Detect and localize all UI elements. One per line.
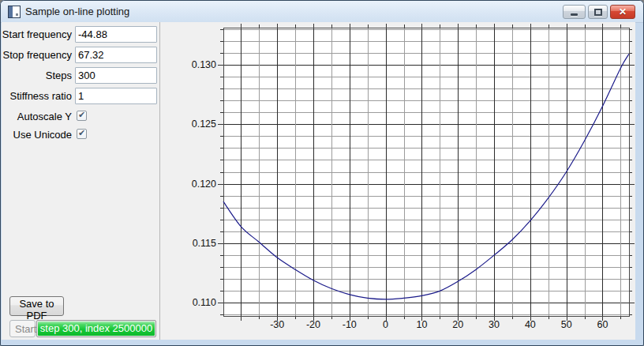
autoscale-y-checkbox[interactable] xyxy=(77,111,87,121)
stop-frequency-input[interactable] xyxy=(75,47,157,63)
svg-text:20: 20 xyxy=(452,319,463,330)
steps-label: Steps xyxy=(2,67,72,84)
app-icon xyxy=(8,6,21,18)
svg-text:-20: -20 xyxy=(306,319,320,330)
save-to-pdf-button[interactable]: Save to PDF xyxy=(9,296,64,316)
svg-text:0.125: 0.125 xyxy=(192,118,216,130)
close-icon: ✕ xyxy=(611,6,635,18)
stiffness-ratio-label: Stiffness ratio xyxy=(2,88,72,104)
window-title: Sample on-line plotting xyxy=(25,6,129,17)
start-frequency-label: Start frequency xyxy=(2,26,72,43)
progress-status-text: step 300, index 2500000 xyxy=(38,322,155,334)
minimize-button[interactable] xyxy=(563,5,586,19)
svg-text:0.130: 0.130 xyxy=(192,59,216,70)
svg-text:60: 60 xyxy=(597,319,608,330)
steps-input[interactable] xyxy=(75,67,157,84)
start-button[interactable]: Start xyxy=(9,320,36,337)
plot-area[interactable]: 0.1100.1150.1200.1250.130-30-20-10010203… xyxy=(160,24,635,340)
app-window: Sample on-line plotting ✕ Start frequenc… xyxy=(0,0,644,346)
svg-text:0.115: 0.115 xyxy=(193,238,216,249)
window-controls: ✕ xyxy=(563,5,635,19)
svg-text:0: 0 xyxy=(383,319,388,330)
start-frequency-input[interactable] xyxy=(75,26,157,43)
svg-text:-30: -30 xyxy=(270,319,284,330)
progress-bar: step 300, index 2500000 xyxy=(36,320,156,337)
svg-text:50: 50 xyxy=(561,319,572,330)
svg-text:-10: -10 xyxy=(343,319,357,330)
use-unicode-label: Use Unicode xyxy=(2,129,72,141)
autoscale-y-label: Autoscale Y xyxy=(2,111,72,122)
minimize-icon xyxy=(571,13,578,16)
titlebar[interactable]: Sample on-line plotting ✕ xyxy=(1,1,643,23)
stiffness-ratio-input[interactable] xyxy=(75,88,157,104)
stop-frequency-label: Stop frequency xyxy=(2,47,72,63)
frequency-response-chart: 0.1100.1150.1200.1250.130-30-20-10010203… xyxy=(160,24,635,340)
svg-text:0.120: 0.120 xyxy=(192,179,216,190)
progress-fill: step 300, index 2500000 xyxy=(38,322,155,336)
maximize-icon xyxy=(594,9,602,16)
svg-text:0.110: 0.110 xyxy=(193,297,216,308)
maximize-button[interactable] xyxy=(588,5,608,19)
svg-text:30: 30 xyxy=(489,319,500,330)
svg-text:40: 40 xyxy=(525,319,536,330)
svg-text:10: 10 xyxy=(416,319,427,330)
close-button[interactable]: ✕ xyxy=(610,5,635,19)
client-area: Start frequency Stop frequency Steps Sti… xyxy=(2,22,635,340)
use-unicode-checkbox[interactable] xyxy=(77,129,87,139)
